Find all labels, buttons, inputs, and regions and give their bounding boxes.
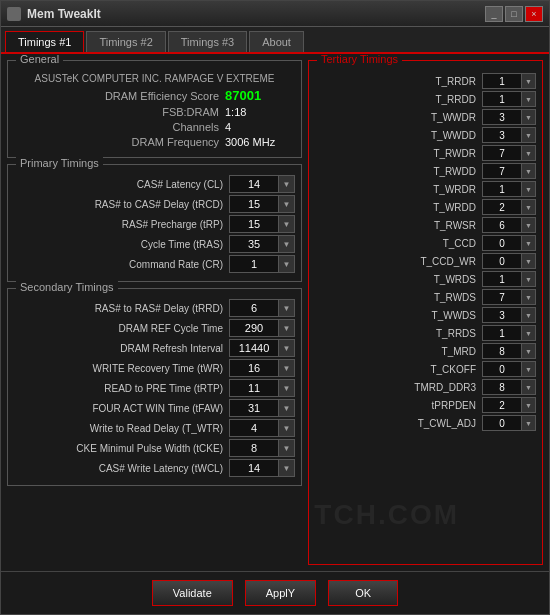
tert-input-10[interactable] bbox=[482, 253, 522, 269]
sec-spinner-8[interactable]: ▼ bbox=[279, 459, 295, 477]
tert-spinner-6[interactable]: ▼ bbox=[522, 181, 536, 197]
tert-label-13: T_WWDS bbox=[315, 310, 482, 321]
efficiency-label: DRAM Efficiency Score bbox=[14, 90, 225, 102]
tert-input-0[interactable] bbox=[482, 73, 522, 89]
tert-input-15[interactable] bbox=[482, 343, 522, 359]
primary-spinner-3[interactable]: ▼ bbox=[279, 235, 295, 253]
tert-spinner-2[interactable]: ▼ bbox=[522, 109, 536, 125]
primary-rows: CAS# Latency (CL) ▼ RAS# to CAS# Delay (… bbox=[14, 169, 295, 273]
sec-spinner-3[interactable]: ▼ bbox=[279, 359, 295, 377]
tert-spinner-15[interactable]: ▼ bbox=[522, 343, 536, 359]
tert-spinner-7[interactable]: ▼ bbox=[522, 199, 536, 215]
tert-input-7[interactable] bbox=[482, 199, 522, 215]
sec-spinner-0[interactable]: ▼ bbox=[279, 299, 295, 317]
tab-timings1[interactable]: Timings #1 bbox=[5, 31, 84, 52]
tert-input-12[interactable] bbox=[482, 289, 522, 305]
sec-spinner-1[interactable]: ▼ bbox=[279, 319, 295, 337]
sec-spinner-4[interactable]: ▼ bbox=[279, 379, 295, 397]
tert-label-17: TMRD_DDR3 bbox=[315, 382, 482, 393]
sec-label-3: WRITE Recovery Time (tWR) bbox=[14, 363, 229, 374]
primary-input-wrap-2: ▼ bbox=[229, 215, 295, 233]
sec-input-8[interactable] bbox=[229, 459, 279, 477]
tert-row-1: T_RRDD ▼ bbox=[315, 91, 536, 107]
sec-row-4: READ to PRE Time (tRTP) ▼ bbox=[14, 379, 295, 397]
primary-row-0: CAS# Latency (CL) ▼ bbox=[14, 175, 295, 193]
sec-row-5: FOUR ACT WIN Time (tFAW) ▼ bbox=[14, 399, 295, 417]
tert-input-6[interactable] bbox=[482, 181, 522, 197]
tert-label-16: T_CKOFF bbox=[315, 364, 482, 375]
tert-spinner-5[interactable]: ▼ bbox=[522, 163, 536, 179]
tert-spinner-19[interactable]: ▼ bbox=[522, 415, 536, 431]
primary-spinner-2[interactable]: ▼ bbox=[279, 215, 295, 233]
tab-about[interactable]: About bbox=[249, 31, 304, 52]
tert-input-19[interactable] bbox=[482, 415, 522, 431]
tert-input-5[interactable] bbox=[482, 163, 522, 179]
sec-input-6[interactable] bbox=[229, 419, 279, 437]
tert-spinner-1[interactable]: ▼ bbox=[522, 91, 536, 107]
primary-spinner-0[interactable]: ▼ bbox=[279, 175, 295, 193]
tert-spinner-10[interactable]: ▼ bbox=[522, 253, 536, 269]
tert-input-18[interactable] bbox=[482, 397, 522, 413]
sec-spinner-2[interactable]: ▼ bbox=[279, 339, 295, 357]
tert-input-14[interactable] bbox=[482, 325, 522, 341]
tert-row-5: T_RWDD ▼ bbox=[315, 163, 536, 179]
tert-spinner-0[interactable]: ▼ bbox=[522, 73, 536, 89]
tab-timings2[interactable]: Timings #2 bbox=[86, 31, 165, 52]
primary-input-1[interactable] bbox=[229, 195, 279, 213]
sec-input-2[interactable] bbox=[229, 339, 279, 357]
tertiary-group: Tertiary Timings T_RRDR ▼ T_RRDD ▼ T_WWD… bbox=[308, 60, 543, 565]
sec-label-6: Write to Read Delay (T_WTR) bbox=[14, 423, 229, 434]
primary-input-2[interactable] bbox=[229, 215, 279, 233]
tert-spinner-13[interactable]: ▼ bbox=[522, 307, 536, 323]
primary-input-wrap-0: ▼ bbox=[229, 175, 295, 193]
tert-row-3: T_WWDD ▼ bbox=[315, 127, 536, 143]
tert-row-19: T_CWL_ADJ ▼ bbox=[315, 415, 536, 431]
maximize-button[interactable]: □ bbox=[505, 6, 523, 22]
tab-timings3[interactable]: Timings #3 bbox=[168, 31, 247, 52]
sec-spinner-6[interactable]: ▼ bbox=[279, 419, 295, 437]
general-group: General ASUSTeK COMPUTER INC. RAMPAGE V … bbox=[7, 60, 302, 158]
primary-input-4[interactable] bbox=[229, 255, 279, 273]
tert-spinner-12[interactable]: ▼ bbox=[522, 289, 536, 305]
sec-input-1[interactable] bbox=[229, 319, 279, 337]
tert-input-1[interactable] bbox=[482, 91, 522, 107]
sec-input-7[interactable] bbox=[229, 439, 279, 457]
tert-spinner-4[interactable]: ▼ bbox=[522, 145, 536, 161]
ok-button[interactable]: OK bbox=[328, 580, 398, 606]
primary-input-3[interactable] bbox=[229, 235, 279, 253]
freq-value: 3006 MHz bbox=[225, 136, 295, 148]
tert-input-16[interactable] bbox=[482, 361, 522, 377]
tert-spinner-11[interactable]: ▼ bbox=[522, 271, 536, 287]
tert-spinner-8[interactable]: ▼ bbox=[522, 217, 536, 233]
tert-input-13[interactable] bbox=[482, 307, 522, 323]
tert-spinner-9[interactable]: ▼ bbox=[522, 235, 536, 251]
tert-spinner-16[interactable]: ▼ bbox=[522, 361, 536, 377]
close-button[interactable]: × bbox=[525, 6, 543, 22]
tert-input-4[interactable] bbox=[482, 145, 522, 161]
primary-input-0[interactable] bbox=[229, 175, 279, 193]
tert-spinner-17[interactable]: ▼ bbox=[522, 379, 536, 395]
validate-button[interactable]: Validate bbox=[152, 580, 233, 606]
sec-input-4[interactable] bbox=[229, 379, 279, 397]
sec-input-5[interactable] bbox=[229, 399, 279, 417]
tert-input-3[interactable] bbox=[482, 127, 522, 143]
tert-spinner-18[interactable]: ▼ bbox=[522, 397, 536, 413]
primary-spinner-4[interactable]: ▼ bbox=[279, 255, 295, 273]
tert-spinner-14[interactable]: ▼ bbox=[522, 325, 536, 341]
tert-row-11: T_WRDS ▼ bbox=[315, 271, 536, 287]
primary-spinner-1[interactable]: ▼ bbox=[279, 195, 295, 213]
tert-input-11[interactable] bbox=[482, 271, 522, 287]
tert-input-2[interactable] bbox=[482, 109, 522, 125]
tert-spinner-3[interactable]: ▼ bbox=[522, 127, 536, 143]
sec-row-7: CKE Minimul Pulse Width (tCKE) ▼ bbox=[14, 439, 295, 457]
tert-input-17[interactable] bbox=[482, 379, 522, 395]
sec-input-3[interactable] bbox=[229, 359, 279, 377]
freq-label: DRAM Frequency bbox=[14, 136, 225, 148]
apply-button[interactable]: ApplY bbox=[245, 580, 316, 606]
sec-spinner-7[interactable]: ▼ bbox=[279, 439, 295, 457]
sec-input-0[interactable] bbox=[229, 299, 279, 317]
tert-input-8[interactable] bbox=[482, 217, 522, 233]
minimize-button[interactable]: _ bbox=[485, 6, 503, 22]
sec-spinner-5[interactable]: ▼ bbox=[279, 399, 295, 417]
tert-input-9[interactable] bbox=[482, 235, 522, 251]
